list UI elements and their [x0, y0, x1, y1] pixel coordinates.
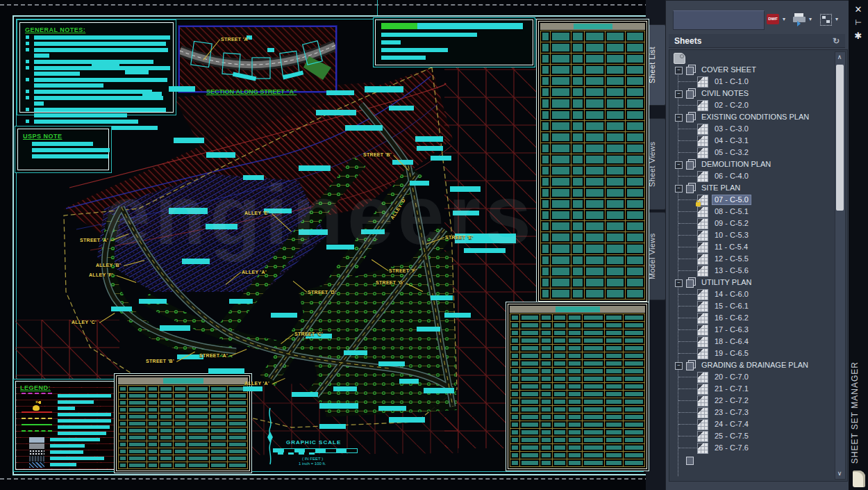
- sheet-tree[interactable]: −COVER SHEET01 - C-1.0−CIVIL NOTES02 - C…: [669, 49, 848, 482]
- tree-sheet-row[interactable]: 04 - C-3.1: [669, 135, 847, 147]
- publish-dwf-caret[interactable]: ▾: [783, 16, 785, 22]
- note-item: [34, 120, 167, 124]
- sheet-selections-button[interactable]: [817, 12, 834, 27]
- tree-sheet-row[interactable]: 10 - C-5.3: [669, 229, 847, 241]
- table-cell-text-bar: [175, 387, 186, 391]
- tree-sheet-row[interactable]: 06 - C-4.0: [669, 170, 847, 182]
- tree-sheet-row[interactable]: 25 - C-7.5: [669, 430, 847, 442]
- tree-category-row[interactable]: −DEMOLITION PLAN: [669, 158, 847, 170]
- street-label: ALLEY 'E': [244, 211, 269, 216]
- table-cell: [209, 455, 227, 462]
- table-cell-text-bar: [542, 415, 551, 419]
- tree-sheet-row[interactable]: 26 - C-7.6: [669, 442, 847, 454]
- tree-sheet-row[interactable]: 18 - C-6.4: [669, 336, 847, 348]
- collapse-toggle[interactable]: −: [675, 279, 683, 287]
- tree-scrollbar[interactable]: ∧ ∨: [835, 51, 846, 480]
- tree-sheet-row[interactable]: 11 - C-5.4: [669, 241, 847, 253]
- tree-sheet-row[interactable]: 15 - C-6.1: [669, 300, 847, 312]
- close-icon[interactable]: ✕: [849, 4, 868, 15]
- table-cell: [519, 337, 540, 344]
- table-cell-text-bar: [542, 369, 551, 373]
- collapse-toggle[interactable]: −: [675, 185, 683, 193]
- tree-sheet-row[interactable]: 14 - C-6.0: [669, 288, 847, 300]
- table-cell-text-bar: [606, 354, 621, 358]
- autohide-pin-icon[interactable]: ⊢: [849, 18, 868, 27]
- table-cell: [605, 87, 624, 97]
- table-cell: [541, 31, 550, 42]
- tree-sheet-row[interactable]: 05 - C-3.2: [669, 147, 847, 158]
- collapse-toggle[interactable]: −: [675, 161, 683, 169]
- tree-sheet-row[interactable]: 03 - C-3.0: [669, 123, 847, 135]
- tree-sheet-row[interactable]: 21 - C-7.1: [669, 383, 847, 395]
- tree-sheet-row[interactable]: 07 - C-5.0: [669, 194, 847, 206]
- tab-sheet-list[interactable]: Sheet List: [647, 24, 667, 106]
- tree-category-row[interactable]: −GRADING & DRAINAGE PLAN: [669, 359, 847, 371]
- table-cell-text-bar: [625, 384, 643, 389]
- table-cell-text-bar: [569, 430, 580, 434]
- properties-gear-icon[interactable]: ✱: [849, 31, 868, 41]
- tree-category-row[interactable]: −CIVIL NOTES: [669, 88, 847, 99]
- tree-category-row[interactable]: −SITE PLAN: [669, 182, 847, 194]
- collapse-toggle[interactable]: −: [675, 362, 683, 370]
- table-cell-text-bar: [584, 453, 603, 457]
- plot-button[interactable]: [791, 12, 808, 27]
- collapse-toggle[interactable]: −: [675, 67, 683, 74]
- tree-category-row[interactable]: −COVER SHEET: [669, 64, 847, 76]
- scroll-up-arrow[interactable]: ∧: [835, 53, 844, 62]
- plot-caret[interactable]: ▾: [809, 16, 812, 22]
- sheet-label: 09 - C-5.2: [712, 219, 751, 228]
- tree-sheet-row[interactable]: 08 - C-5.1: [669, 206, 847, 218]
- table-cell: [582, 337, 605, 344]
- tree-sheet-row[interactable]: 20 - C-7.0: [669, 371, 847, 383]
- table-cell-text-bar: [552, 156, 569, 163]
- tree-sheet-row[interactable]: 23 - C-7.3: [669, 407, 847, 418]
- tree-sheet-row[interactable]: 09 - C-5.2: [669, 218, 847, 229]
- table-cell: [541, 132, 550, 142]
- table-cell: [510, 383, 519, 390]
- tree-sheet-row[interactable]: 17 - C-6.3: [669, 324, 847, 336]
- scrollbar-thumb[interactable]: [836, 65, 844, 211]
- tree-sheet-row[interactable]: 16 - C-6.2: [669, 312, 847, 324]
- table-cell-text-bar: [189, 408, 207, 411]
- table-cell-text-bar: [607, 279, 623, 286]
- scroll-down-arrow[interactable]: ∨: [835, 469, 844, 478]
- table-cell: [604, 444, 623, 451]
- tree-sheet-row[interactable]: 24 - C-7.4: [669, 418, 847, 430]
- tree-sheet-row[interactable]: 19 - C-6.5: [669, 348, 847, 359]
- tree-sheet-row[interactable]: 22 - C-7.2: [669, 395, 847, 407]
- table-row: [541, 154, 644, 165]
- tree-category-row[interactable]: −EXISTING CONDITIONS PLAN: [669, 111, 847, 123]
- table-cell: [187, 455, 208, 462]
- tab-model-views[interactable]: Model Views: [647, 212, 667, 300]
- tree-sheet-row[interactable]: 02 - C-2.0: [669, 99, 847, 111]
- table-cell: [540, 414, 552, 420]
- sheets-header: Sheets ↻: [669, 34, 845, 48]
- refresh-icon[interactable]: ↻: [833, 34, 840, 48]
- table-cell: [550, 42, 571, 53]
- table-cell: [567, 352, 581, 359]
- search-input[interactable]: [673, 10, 765, 30]
- sheet-selections-caret[interactable]: ▾: [835, 16, 838, 22]
- table-cell: [550, 232, 571, 243]
- tree-category-row[interactable]: −UTILITY PLAN: [669, 277, 847, 288]
- table-cell: [147, 414, 158, 420]
- collapse-toggle[interactable]: −: [675, 114, 683, 122]
- publish-dwf-button[interactable]: DWF: [765, 12, 781, 27]
- table-cell-text-bar: [512, 384, 518, 389]
- cad-viewport[interactable]: engineers GENERAL NOTES: USPS NOTE: [0, 0, 649, 490]
- callout-bar: [142, 92, 162, 97]
- street-label: STREET 'C': [294, 332, 323, 337]
- callout-bar: [92, 64, 119, 70]
- sheet-label: 02 - C-2.0: [712, 101, 751, 110]
- tree-connector: [678, 448, 696, 448]
- tab-sheet-views[interactable]: Sheet Views: [647, 118, 667, 210]
- table-cell-text-bar: [542, 354, 551, 358]
- tree-sheet-row[interactable]: 01 - C-1.0: [669, 76, 847, 88]
- tree-sheet-row[interactable]: 13 - C-5.6: [669, 265, 847, 277]
- collapse-toggle[interactable]: −: [675, 90, 683, 98]
- table-cell-text-bar: [606, 316, 621, 320]
- tree-sheet-row[interactable]: 12 - C-5.5: [669, 253, 847, 265]
- sel-dot1: [822, 16, 826, 19]
- tree-category-row-partial[interactable]: [669, 454, 847, 466]
- table-cell: [510, 436, 519, 443]
